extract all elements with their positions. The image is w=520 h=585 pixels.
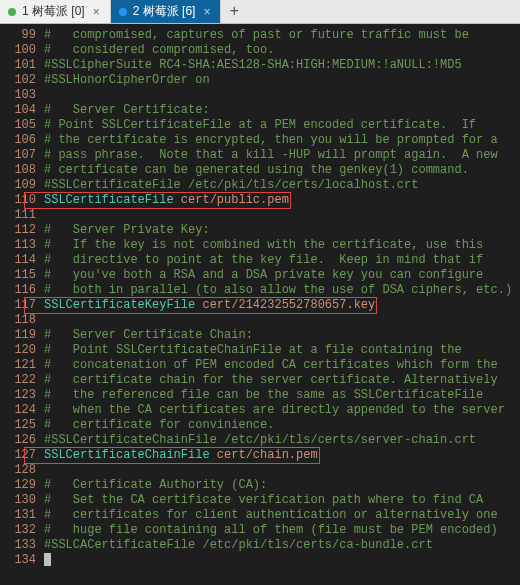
line-number: 118	[0, 313, 36, 328]
code-line[interactable]: # Server Certificate Chain:	[44, 328, 520, 343]
line-number: 115	[0, 268, 36, 283]
line-number: 111	[0, 208, 36, 223]
line-number: 123	[0, 388, 36, 403]
tab-2[interactable]: 2 树莓派 [6] ×	[111, 0, 222, 23]
code-line[interactable]: # Set the CA certificate verification pa…	[44, 493, 520, 508]
line-number: 130	[0, 493, 36, 508]
tab-label: 1 树莓派 [0]	[22, 3, 85, 20]
line-number: 122	[0, 373, 36, 388]
code-line[interactable]: # when the CA certificates are directly …	[44, 403, 520, 418]
code-line[interactable]: # certificate chain for the server certi…	[44, 373, 520, 388]
code-line[interactable]: # pass phrase. Note that a kill -HUP wil…	[44, 148, 520, 163]
code-line[interactable]: # If the key is not combined with the ce…	[44, 238, 520, 253]
line-number: 127	[0, 448, 36, 463]
code-line[interactable]: # huge file containing all of them (file…	[44, 523, 520, 538]
code-line[interactable]	[44, 313, 520, 328]
code-line[interactable]: # the referenced file can be the same as…	[44, 388, 520, 403]
line-number: 105	[0, 118, 36, 133]
line-number: 113	[0, 238, 36, 253]
code-line[interactable]: # directive to point at the key file. Ke…	[44, 253, 520, 268]
close-icon[interactable]: ×	[91, 5, 102, 19]
line-number: 124	[0, 403, 36, 418]
code-editor[interactable]: 9910010110210310410510610710810911011111…	[0, 24, 520, 585]
code-line[interactable]: SSLCertificateFile cert/public.pem	[44, 193, 520, 208]
line-number: 99	[0, 28, 36, 43]
code-line[interactable]: #SSLCertificateFile /etc/pki/tls/certs/l…	[44, 178, 520, 193]
line-number: 132	[0, 523, 36, 538]
code-line[interactable]	[44, 88, 520, 103]
line-number: 119	[0, 328, 36, 343]
modified-dot-icon	[119, 8, 127, 16]
code-line[interactable]: #SSLHonorCipherOrder on	[44, 73, 520, 88]
code-line[interactable]: # certificate for convinience.	[44, 418, 520, 433]
code-line[interactable]: #SSLCipherSuite RC4-SHA:AES128-SHA:HIGH:…	[44, 58, 520, 73]
code-line[interactable]: SSLCertificateKeyFile cert/2142325527806…	[44, 298, 520, 313]
line-number: 117	[0, 298, 36, 313]
text-cursor	[44, 553, 51, 566]
code-line[interactable]: #SSLCACertificateFile /etc/pki/tls/certs…	[44, 538, 520, 553]
line-number: 112	[0, 223, 36, 238]
code-line[interactable]	[44, 463, 520, 478]
line-number: 131	[0, 508, 36, 523]
code-line[interactable]: # considered compromised, too.	[44, 43, 520, 58]
line-number: 109	[0, 178, 36, 193]
tab-label: 2 树莓派 [6]	[133, 3, 196, 20]
line-number: 133	[0, 538, 36, 553]
close-icon[interactable]: ×	[201, 5, 212, 19]
line-number: 101	[0, 58, 36, 73]
line-number: 110	[0, 193, 36, 208]
line-number: 106	[0, 133, 36, 148]
line-number: 126	[0, 433, 36, 448]
line-number: 121	[0, 358, 36, 373]
line-number-gutter: 9910010110210310410510610710810911011111…	[0, 24, 44, 585]
code-line[interactable]: SSLCertificateChainFile cert/chain.pem	[44, 448, 520, 463]
code-line[interactable]: # certificate can be generated using the…	[44, 163, 520, 178]
plus-icon: +	[230, 3, 240, 21]
line-number: 116	[0, 283, 36, 298]
line-number: 125	[0, 418, 36, 433]
code-line[interactable]	[44, 208, 520, 223]
tab-bar: 1 树莓派 [0] × 2 树莓派 [6] × +	[0, 0, 520, 24]
line-number: 103	[0, 88, 36, 103]
line-number: 134	[0, 553, 36, 568]
code-line[interactable]: # both in parallel (to also allow the us…	[44, 283, 520, 298]
line-number: 104	[0, 103, 36, 118]
code-line[interactable]: # Point SSLCertificateFile at a PEM enco…	[44, 118, 520, 133]
line-number: 108	[0, 163, 36, 178]
line-number: 128	[0, 463, 36, 478]
code-line[interactable]: # Server Certificate:	[44, 103, 520, 118]
code-line[interactable]: # Server Private Key:	[44, 223, 520, 238]
code-line[interactable]: # the certificate is encrypted, then you…	[44, 133, 520, 148]
code-line[interactable]: #SSLCertificateChainFile /etc/pki/tls/ce…	[44, 433, 520, 448]
code-line[interactable]	[44, 553, 520, 568]
modified-dot-icon	[8, 8, 16, 16]
code-line[interactable]: # concatenation of PEM encoded CA certif…	[44, 358, 520, 373]
code-line[interactable]: # Certificate Authority (CA):	[44, 478, 520, 493]
tab-1[interactable]: 1 树莓派 [0] ×	[0, 0, 111, 23]
line-number: 129	[0, 478, 36, 493]
add-tab-button[interactable]: +	[221, 0, 247, 23]
line-number: 114	[0, 253, 36, 268]
code-line[interactable]: # Point SSLCertificateChainFile at a fil…	[44, 343, 520, 358]
line-number: 100	[0, 43, 36, 58]
code-area[interactable]: # compromised, captures of past or futur…	[44, 24, 520, 585]
code-line[interactable]: # compromised, captures of past or futur…	[44, 28, 520, 43]
line-number: 102	[0, 73, 36, 88]
line-number: 107	[0, 148, 36, 163]
code-line[interactable]: # you've both a RSA and a DSA private ke…	[44, 268, 520, 283]
line-number: 120	[0, 343, 36, 358]
code-line[interactable]: # certificates for client authentication…	[44, 508, 520, 523]
